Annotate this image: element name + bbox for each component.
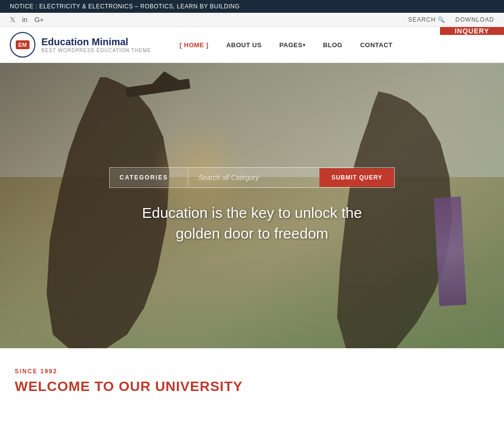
hero-content: CATEGORIES SUBMIT QUERY Education is the…	[0, 63, 504, 348]
below-hero: SINCE 1992 WELCOME TO OUR UNIVERSITY	[0, 348, 504, 404]
search-link[interactable]: SEARCH 🔍	[408, 16, 445, 23]
hero-quote: Education is the key to unlock the golde…	[124, 203, 380, 244]
logo-area[interactable]: EM Education Minimal BEST WORDPRESS EDUC…	[0, 27, 161, 62]
download-link[interactable]: DOWNLOAD	[455, 16, 494, 23]
logo-tagline: BEST WORDPRESS EDUCATION THEME	[41, 48, 151, 53]
nav-pages[interactable]: PAGES	[271, 27, 315, 62]
notice-text: NOTICE : ELECTRICITY & ELECTRONICS – ROB…	[10, 3, 240, 10]
search-input[interactable]	[189, 168, 319, 187]
nav-blog[interactable]: BLOG	[314, 27, 351, 62]
hero-section: CATEGORIES SUBMIT QUERY Education is the…	[0, 63, 504, 348]
inquiry-button[interactable]: INQUERY	[440, 27, 504, 35]
top-bar: 𝕏 in G+ SEARCH 🔍 DOWNLOAD	[0, 13, 504, 27]
submit-query-button[interactable]: SUBMIT QUERY	[319, 168, 394, 187]
linkedin-icon[interactable]: in	[22, 16, 28, 24]
since-label: SINCE 1992	[15, 368, 489, 375]
search-icon: 🔍	[438, 16, 445, 23]
header: EM Education Minimal BEST WORDPRESS EDUC…	[0, 27, 504, 63]
welcome-heading: WELCOME TO OUR UNIVERSITY	[15, 379, 489, 394]
main-nav: [ HOME ] ABOUT US PAGES BLOG CONTACT	[171, 27, 402, 62]
notice-bar: NOTICE : ELECTRICITY & ELECTRONICS – ROB…	[0, 0, 504, 13]
logo-badge: EM	[10, 32, 35, 58]
search-label: SEARCH	[408, 16, 436, 23]
social-icons: 𝕏 in G+	[10, 16, 44, 24]
logo-name: Education Minimal	[41, 36, 151, 48]
logo-initials: EM	[16, 40, 30, 49]
logo-text: Education Minimal BEST WORDPRESS EDUCATI…	[41, 36, 151, 53]
nav-about[interactable]: ABOUT US	[218, 27, 271, 62]
googleplus-icon[interactable]: G+	[34, 16, 44, 24]
top-bar-right: SEARCH 🔍 DOWNLOAD	[408, 16, 494, 23]
twitter-icon[interactable]: 𝕏	[10, 16, 15, 24]
nav-contact[interactable]: CONTACT	[351, 27, 402, 62]
categories-select[interactable]: CATEGORIES	[110, 168, 189, 187]
nav-home[interactable]: [ HOME ]	[171, 27, 218, 62]
search-bar: CATEGORIES SUBMIT QUERY	[109, 167, 395, 188]
